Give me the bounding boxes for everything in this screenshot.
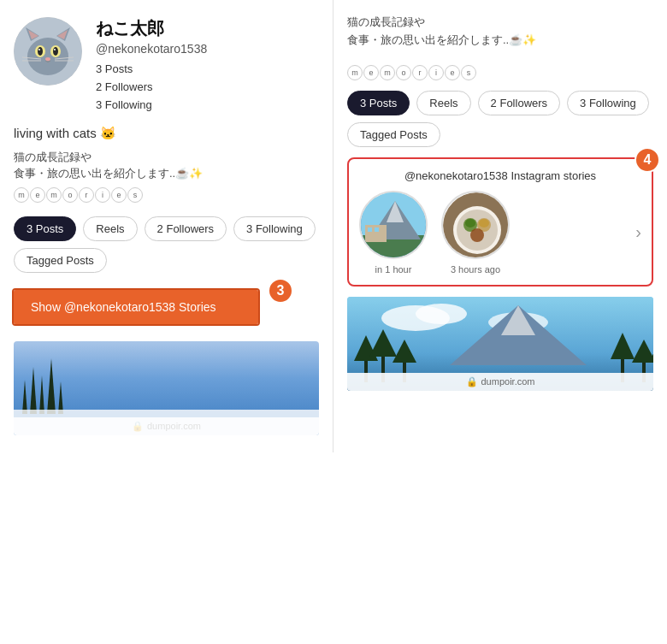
left-panel: ねこ太郎 @nekonekotaro1538 3 Posts 2 Followe… xyxy=(0,0,334,452)
right-memories-tag: m e m o r i e s xyxy=(347,65,653,80)
svg-point-10 xyxy=(38,49,40,50)
svg-point-31 xyxy=(479,219,489,227)
tab-tagged[interactable]: Tagged Posts xyxy=(14,248,107,273)
bio-living: living with cats 🐱 xyxy=(14,124,319,144)
tab-following[interactable]: 3 Following xyxy=(233,216,316,241)
right-tab-following[interactable]: 3 Following xyxy=(567,91,649,115)
left-lock-bar: 🔒 dumpoir.com xyxy=(14,417,319,435)
profile-name: ねこ太郎 xyxy=(96,17,207,40)
story-time-1: in 1 hour xyxy=(375,264,412,275)
stories-card-title: @nekonekotaro1538 Instagram stories xyxy=(359,169,641,182)
stories-items: in 1 hour xyxy=(359,191,641,275)
svg-point-34 xyxy=(416,304,467,324)
right-panel: 猫の成長記録や食事・旅の思い出を紹介します..☕✨ m e m o r i e … xyxy=(334,0,667,452)
right-tab-posts[interactable]: 3 Posts xyxy=(347,91,410,115)
svg-point-1 xyxy=(27,38,68,75)
following-count: 3 Following xyxy=(96,97,207,115)
svg-rect-22 xyxy=(368,227,372,232)
story-time-2: 3 hours ago xyxy=(451,264,500,275)
stories-badge-3: 3 xyxy=(268,278,293,304)
svg-point-9 xyxy=(53,47,58,56)
stories-btn-container: Show @nekonekotaro1538 Stories 3 xyxy=(14,290,319,324)
tab-posts[interactable]: 3 Posts xyxy=(14,216,76,241)
story-item-2[interactable]: 3 hours ago xyxy=(441,191,510,275)
chevron-right-icon[interactable]: › xyxy=(635,222,641,242)
stories-badge-4: 4 xyxy=(635,147,660,173)
svg-point-30 xyxy=(465,219,475,227)
story-item-1[interactable]: in 1 hour xyxy=(359,191,428,275)
stories-card: 4 @nekonekotaro1538 Instagram stories xyxy=(347,157,653,287)
bio-text: 猫の成長記録や食事・旅の思い出を紹介します..☕✨ xyxy=(14,149,319,182)
svg-point-8 xyxy=(38,47,43,56)
tab-reels[interactable]: Reels xyxy=(83,216,137,241)
bio-section: living with cats 🐱 猫の成長記録や食事・旅の思い出を紹介します… xyxy=(14,124,319,203)
svg-point-11 xyxy=(54,49,56,50)
right-tab-reels[interactable]: Reels xyxy=(416,91,470,115)
left-tabs: 3 Posts Reels 2 Followers 3 Following Ta… xyxy=(14,216,319,273)
bottom-image-left: 🔒 dumpoir.com xyxy=(14,341,319,435)
profile-header: ねこ太郎 @nekonekotaro1538 3 Posts 2 Followe… xyxy=(14,17,319,114)
show-stories-button[interactable]: Show @nekonekotaro1538 Stories xyxy=(14,290,258,324)
right-tabs: 3 Posts Reels 2 Followers 3 Following Ta… xyxy=(347,91,653,147)
profile-stats: 3 Posts 2 Followers 3 Following xyxy=(96,61,207,114)
profile-handle: @nekonekotaro1538 xyxy=(96,42,207,56)
followers-count: 2 Followers xyxy=(96,79,207,97)
svg-point-29 xyxy=(470,228,484,242)
story-thumb-1 xyxy=(359,191,428,259)
right-lock-bar: 🔒 dumpoir.com xyxy=(347,373,653,391)
right-tab-tagged[interactable]: Tagged Posts xyxy=(347,122,440,147)
avatar xyxy=(14,17,82,86)
memories-tag: m e m o r i e s xyxy=(14,187,143,203)
svg-point-12 xyxy=(45,57,50,61)
svg-rect-23 xyxy=(375,227,379,232)
right-bio-text: 猫の成長記録や食事・旅の思い出を紹介します..☕✨ xyxy=(347,14,653,50)
tab-followers[interactable]: 2 Followers xyxy=(145,216,227,241)
bottom-image-right: 🔒 dumpoir.com xyxy=(347,297,653,391)
profile-info: ねこ太郎 @nekonekotaro1538 3 Posts 2 Followe… xyxy=(96,17,207,114)
right-tab-followers[interactable]: 2 Followers xyxy=(478,91,560,115)
posts-count: 3 Posts xyxy=(96,61,207,79)
story-thumb-2 xyxy=(441,191,510,259)
